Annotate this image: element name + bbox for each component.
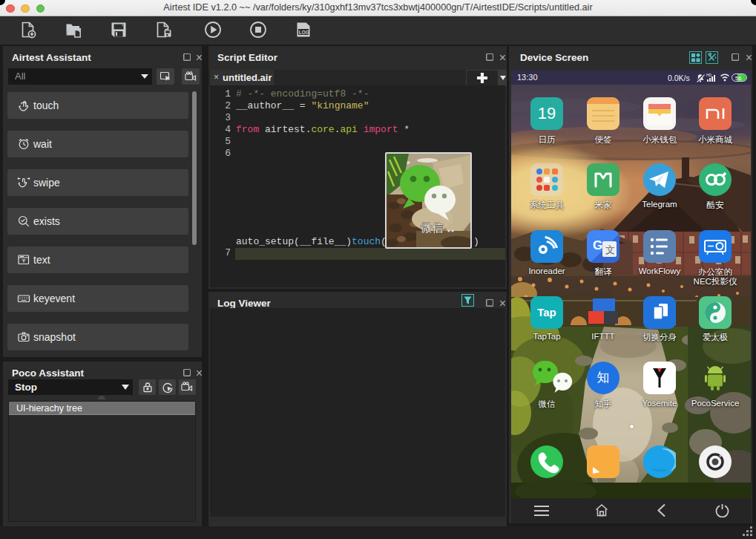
svg-text:微信: 微信: [421, 221, 443, 234]
svg-text:HD: HD: [706, 73, 712, 77]
svg-text:LOG: LOG: [299, 30, 309, 35]
svg-text:文: 文: [605, 244, 615, 255]
svg-text:G: G: [593, 238, 602, 252]
